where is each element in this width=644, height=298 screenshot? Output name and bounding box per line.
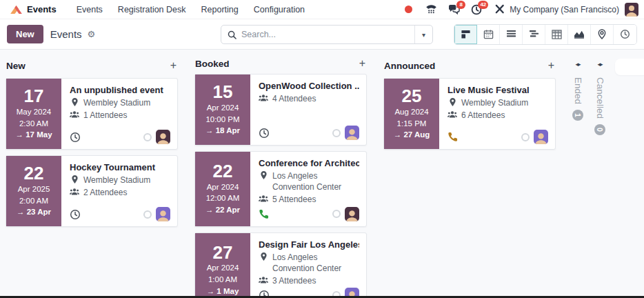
event-card[interactable]: 27 Apr 2024 1:00 AM → 1 May Design Fair … bbox=[194, 232, 367, 298]
user-avatar[interactable] bbox=[625, 3, 638, 17]
kanban-column-booked: Booked + 15 Apr 2024 10:00 PM → 18 Apr O… bbox=[189, 58, 378, 298]
column-count-badge: 1 bbox=[572, 110, 583, 121]
search-box: ▾ bbox=[221, 25, 433, 44]
location-pin-icon bbox=[70, 97, 79, 108]
event-card[interactable]: 22 Apr 2024 12:00 AM → 22 Apr Conference… bbox=[194, 151, 367, 227]
menu-configuration[interactable]: Configuration bbox=[248, 2, 311, 17]
column-count-badge: 0 bbox=[594, 124, 605, 135]
search-dropdown-caret-icon[interactable]: ▾ bbox=[414, 26, 432, 43]
phone-icon[interactable] bbox=[447, 132, 458, 142]
arrow-icon: → bbox=[205, 206, 214, 214]
assignee-avatar[interactable] bbox=[156, 130, 170, 144]
top-navbar: Events Events Registration Desk Reportin… bbox=[0, 0, 644, 19]
add-card-button[interactable]: + bbox=[170, 60, 177, 71]
add-card-button[interactable]: + bbox=[359, 58, 365, 69]
event-date-block: 17 May 2024 2:30 AM → 17 May bbox=[6, 79, 61, 149]
event-end: → 17 May bbox=[15, 129, 52, 141]
search-input[interactable] bbox=[241, 30, 414, 39]
activity-clock-icon bbox=[620, 29, 630, 39]
event-card[interactable]: 25 Aug 2024 1:15 PM → 27 Aug Live Music … bbox=[383, 78, 556, 150]
red-dot-icon bbox=[405, 6, 412, 13]
kanban-state-icon[interactable] bbox=[143, 210, 152, 219]
menu-events[interactable]: Events bbox=[70, 2, 109, 17]
view-activity-button[interactable] bbox=[614, 25, 636, 44]
event-title: Conference for Architects bbox=[259, 158, 359, 168]
kanban-column-cancelled-folded[interactable]: ◂▸ Cancelled 0 bbox=[589, 58, 611, 298]
arrow-icon: → bbox=[17, 208, 25, 216]
presence-dot-icon[interactable] bbox=[402, 3, 414, 16]
view-calendar-button[interactable] bbox=[477, 25, 500, 44]
event-day: 17 bbox=[24, 86, 44, 106]
view-gantt-button[interactable] bbox=[523, 25, 545, 44]
add-card-button[interactable]: + bbox=[548, 60, 554, 71]
map-pin-icon bbox=[598, 29, 606, 39]
list-icon bbox=[506, 30, 516, 39]
column-title: Booked bbox=[195, 59, 230, 69]
pivot-icon bbox=[552, 30, 562, 39]
event-attendees-row: 4 Attendees bbox=[259, 93, 359, 104]
view-pivot-button[interactable] bbox=[545, 25, 568, 44]
search-icon bbox=[228, 30, 237, 39]
kanban-state-icon[interactable] bbox=[332, 129, 341, 137]
activities-icon[interactable]: 42 bbox=[470, 3, 483, 16]
location-pin-icon bbox=[70, 175, 79, 186]
gear-icon[interactable]: ⚙ bbox=[88, 29, 96, 39]
attendees-icon bbox=[259, 194, 268, 205]
assignee-avatar[interactable] bbox=[345, 126, 359, 140]
view-map-button[interactable] bbox=[591, 25, 614, 44]
arrow-icon: → bbox=[394, 130, 402, 139]
kanban-column-ended-folded[interactable]: ◂▸ Ended 1 bbox=[567, 58, 589, 298]
event-location-row: Los Angeles Convention Center bbox=[259, 170, 359, 192]
kanban-state-icon[interactable] bbox=[143, 133, 152, 141]
event-location-row: Wembley Stadium bbox=[70, 175, 170, 186]
event-location-row: Wembley Stadium bbox=[70, 97, 170, 108]
column-title: Announced bbox=[384, 61, 435, 71]
clock-icon[interactable] bbox=[259, 128, 270, 139]
odoo-logo-icon bbox=[10, 4, 23, 15]
assignee-avatar[interactable] bbox=[156, 207, 170, 221]
event-attendees-row: 5 Attendees bbox=[259, 194, 359, 205]
unfold-icon[interactable]: ◂▸ bbox=[597, 61, 602, 68]
view-kanban-button[interactable] bbox=[454, 25, 477, 44]
clock-icon[interactable] bbox=[70, 132, 81, 143]
event-attendees-row: 2 Attendees bbox=[70, 187, 170, 198]
assignee-avatar[interactable] bbox=[345, 207, 359, 221]
event-card[interactable]: 15 Apr 2024 10:00 PM → 18 Apr OpenWood C… bbox=[194, 74, 367, 146]
event-title: Live Music Festival bbox=[447, 85, 548, 95]
event-title: An unpublished event bbox=[70, 85, 170, 95]
event-location-row: Los Angeles Convention Center bbox=[259, 252, 359, 274]
event-card[interactable]: 17 May 2024 2:30 AM → 17 May An unpublis… bbox=[6, 78, 178, 150]
kanban-state-icon[interactable] bbox=[521, 133, 530, 141]
attendees-icon bbox=[259, 93, 268, 104]
kanban-state-icon[interactable] bbox=[332, 210, 341, 218]
phone-icon[interactable] bbox=[259, 209, 269, 219]
messages-icon[interactable]: 8 bbox=[447, 3, 460, 16]
view-graph-button[interactable] bbox=[568, 25, 591, 44]
assignee-avatar[interactable] bbox=[534, 130, 548, 144]
graph-icon bbox=[574, 30, 585, 39]
event-location-row: Wembley Stadium bbox=[447, 97, 548, 108]
clock-icon[interactable] bbox=[70, 209, 81, 220]
event-card[interactable]: 22 Apr 2025 2:00 AM → 23 Apr Hockey Tour… bbox=[6, 155, 178, 227]
attendees-icon bbox=[447, 110, 457, 121]
location-pin-icon bbox=[447, 97, 457, 108]
breadcrumb[interactable]: Events bbox=[50, 28, 82, 40]
arrow-icon: → bbox=[207, 287, 215, 295]
arrow-icon: → bbox=[15, 130, 23, 139]
menu-registration-desk[interactable]: Registration Desk bbox=[112, 2, 192, 17]
unfold-icon[interactable]: ◂▸ bbox=[575, 61, 580, 68]
kanban-board: New + 17 May 2024 2:30 AM → 17 May An un… bbox=[0, 50, 644, 298]
company-name[interactable]: My Company (San Francisco) bbox=[510, 5, 619, 14]
tools-icon[interactable] bbox=[493, 3, 505, 16]
location-pin-icon bbox=[259, 170, 268, 192]
menu-reporting[interactable]: Reporting bbox=[195, 2, 245, 17]
gantt-icon bbox=[529, 30, 539, 39]
view-list-button[interactable] bbox=[500, 25, 523, 44]
voip-phone-icon[interactable] bbox=[425, 3, 437, 16]
activities-badge: 42 bbox=[478, 1, 488, 9]
column-header: New + bbox=[0, 58, 189, 73]
kanban-icon bbox=[461, 29, 471, 39]
add-column-area[interactable] bbox=[615, 59, 644, 75]
new-button[interactable]: New bbox=[7, 25, 43, 43]
app-switcher[interactable]: Events bbox=[6, 4, 61, 15]
